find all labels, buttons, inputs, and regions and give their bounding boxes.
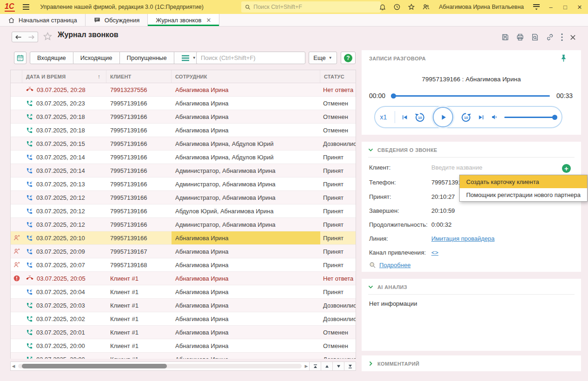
cell-status[interactable]: Отменен <box>320 326 356 339</box>
nav-forward-button[interactable] <box>25 32 38 42</box>
cell-datetime[interactable]: 03.07.2025, 20:12 <box>22 204 106 217</box>
cell-employee[interactable]: Администратор, Абнагимова Ирина <box>172 218 320 231</box>
cell-employee[interactable]: Абнагимова Ирина <box>172 231 320 244</box>
date-filter-button[interactable] <box>14 52 26 64</box>
cell-employee[interactable]: Абнагимова Ирина, Абдулов Юрий <box>172 137 320 150</box>
current-user-name[interactable]: Абнагимова Ирина Витальевна <box>439 4 524 10</box>
favorites-icon[interactable] <box>408 3 415 11</box>
table-row[interactable]: 03.07.2025, 20:1479957139166Абнагимова И… <box>11 151 356 164</box>
cell-employee[interactable]: Абнагимова Ирина <box>172 124 320 137</box>
details-link[interactable]: Подробнее <box>379 262 410 269</box>
context-menu-item[interactable]: Помощник регистрации нового партнера <box>460 188 587 201</box>
cell-client[interactable]: Клиент #1 <box>106 312 172 325</box>
table-row[interactable]: 03.07.2025, 20:1079957139166Абнагимова И… <box>11 231 356 245</box>
minimize-button[interactable]: – <box>547 4 555 11</box>
cell-client[interactable]: 79957139166 <box>106 231 172 244</box>
table-row[interactable]: 03.07.2025, 20:04Клиент #1Абнагимова Ири… <box>11 285 356 299</box>
history-icon[interactable] <box>393 3 401 11</box>
scroll-left-icon[interactable]: ◀ <box>11 364 16 368</box>
table-row[interactable]: 03.07.2025, 20:1279957139166Абдулов Юрий… <box>11 204 356 218</box>
cell-datetime[interactable]: 03.07.2025, 20:07 <box>22 258 106 271</box>
table-row[interactable]: 03.07.2025, 20:00Клиент #1Абнагимова Ири… <box>11 353 356 359</box>
table-row[interactable]: 03.07.2025, 20:0979957139167Абнагимова И… <box>11 245 356 258</box>
cell-status[interactable]: Принят <box>320 231 356 244</box>
go-first-row-button[interactable] <box>309 362 321 370</box>
cell-client[interactable]: 79957139166 <box>106 97 172 110</box>
cell-status[interactable]: Отменен <box>320 124 356 137</box>
maximize-button[interactable]: □ <box>562 4 569 11</box>
cell-employee[interactable]: Абдулов Юрий, Абнагимова Ирина <box>172 204 320 217</box>
tab-discussions[interactable]: Обсуждения <box>86 14 148 26</box>
table-row[interactable]: 03.07.2025, 20:1479957139166Администрато… <box>11 164 356 177</box>
cell-employee[interactable]: Абнагимова Ирина <box>172 326 320 339</box>
column-status[interactable]: СТАТУС <box>320 70 356 83</box>
form-close-icon[interactable] <box>570 34 576 40</box>
cell-datetime[interactable]: 03.07.2025, 20:12 <box>22 218 106 231</box>
cell-status[interactable]: Отменен <box>320 110 356 123</box>
cell-status[interactable]: Принят <box>320 191 356 204</box>
cell-status[interactable]: Принят <box>320 245 356 258</box>
cell-client[interactable]: 79957139166 <box>106 151 172 164</box>
cell-status[interactable]: Нет ответа <box>320 272 356 285</box>
cell-employee[interactable]: Абнагимова Ирина <box>172 97 320 110</box>
cell-status[interactable]: Принят <box>320 285 356 298</box>
cell-employee[interactable]: Абнагимова Ирина <box>172 83 320 96</box>
alert-icon[interactable] <box>11 272 22 285</box>
cell-employee[interactable]: Абнагимова Ирина <box>172 272 320 285</box>
volume-icon[interactable] <box>491 113 498 121</box>
comment-header[interactable]: КОММЕНТАРИЙ <box>377 361 419 367</box>
rewind-10-icon[interactable]: 10 <box>414 112 426 123</box>
cell-client[interactable]: Клиент #1 <box>106 353 172 359</box>
cell-status[interactable]: Дозвонились <box>320 137 356 150</box>
cell-datetime[interactable]: 03.07.2025, 20:01 <box>22 326 106 339</box>
cell-client[interactable]: 79913237556 <box>106 83 172 96</box>
table-row[interactable]: 03.07.2025, 20:02Клиент #1Абнагимова Ири… <box>11 312 356 326</box>
call-details-header[interactable]: СВЕДЕНИЯ О ЗВОНКЕ <box>377 147 437 153</box>
cell-client[interactable]: 79957139166 <box>106 164 172 177</box>
cell-employee[interactable]: Абнагимова Ирина <box>172 245 320 258</box>
cell-status[interactable]: Нет ответа <box>320 83 356 96</box>
window-close-button[interactable]: ✕ <box>576 4 583 11</box>
table-row[interactable]: 03.07.2025, 20:2379957139166Абнагимова И… <box>11 97 356 110</box>
scrollbar-track[interactable] <box>18 364 302 368</box>
more-button[interactable]: Еще▼ <box>309 52 337 64</box>
cell-client[interactable]: 79957139168 <box>106 258 172 271</box>
cell-client[interactable]: 79957139166 <box>106 204 172 217</box>
table-row[interactable]: 03.07.2025, 20:1379957139166Администрато… <box>11 177 356 191</box>
print-icon[interactable] <box>516 33 524 41</box>
table-row[interactable]: 03.07.2025, 20:01Клиент #1Абнагимова Ири… <box>11 326 356 339</box>
tab-home[interactable]: Начальная страница <box>0 14 86 26</box>
expand-icon[interactable] <box>368 361 374 367</box>
pin-icon[interactable] <box>560 54 567 64</box>
cell-datetime[interactable]: 03.07.2025, 20:15 <box>22 137 106 150</box>
column-client[interactable]: КЛИЕНТ <box>106 70 172 83</box>
cell-datetime[interactable]: 03.07.2025, 20:18 <box>22 110 106 123</box>
cell-employee[interactable]: Администратор, Абнагимова Ирина <box>172 177 320 190</box>
cell-client[interactable]: 79957139167 <box>106 245 172 258</box>
collapse-icon[interactable] <box>368 147 374 153</box>
table-search-input[interactable] <box>196 52 305 64</box>
next-track-icon[interactable] <box>478 114 485 121</box>
cell-employee[interactable]: Абнагимова Ирина <box>172 285 320 298</box>
table-row[interactable]: 03.07.2025, 20:1579957139166Абнагимова И… <box>11 137 356 151</box>
channel-link[interactable]: <> <box>431 249 438 256</box>
tab-call-log[interactable]: Журнал звонков ✕ <box>148 14 219 26</box>
cell-status[interactable]: Принят <box>320 164 356 177</box>
cell-datetime[interactable]: 03.07.2025, 20:14 <box>22 151 106 164</box>
cell-status[interactable]: Отменен <box>320 339 356 352</box>
filter-incoming-button[interactable]: Входящие <box>30 52 73 64</box>
client-input[interactable]: Введите название <box>431 164 482 171</box>
global-search[interactable] <box>241 1 381 13</box>
table-row[interactable]: 03.07.2025, 20:03Клиент #1Абнагимова Ири… <box>11 299 356 312</box>
collapse-icon[interactable] <box>368 284 374 290</box>
cell-status[interactable]: Принят <box>320 204 356 217</box>
cell-status[interactable]: Принят <box>320 218 356 231</box>
context-menu-item[interactable]: Создать карточку клиента <box>460 175 587 188</box>
table-row[interactable]: 03.07.2025, 20:1279957139166Администрато… <box>11 191 356 204</box>
filter-outgoing-button[interactable]: Исходящие <box>73 52 120 64</box>
cell-employee[interactable]: Администратор, Абнагимова Ирина <box>172 164 320 177</box>
column-flags[interactable] <box>11 70 22 83</box>
add-client-icon[interactable] <box>11 245 22 258</box>
table-row[interactable]: 03.07.2025, 20:1279957139166Администрато… <box>11 218 356 231</box>
cell-datetime[interactable]: 03.07.2025, 20:18 <box>22 124 106 137</box>
